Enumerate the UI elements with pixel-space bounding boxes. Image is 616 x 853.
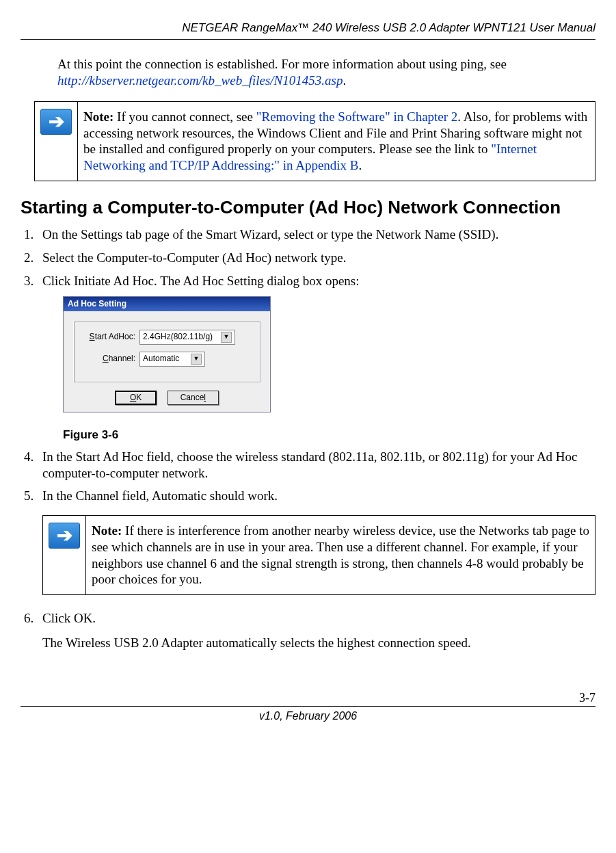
step-3: Click Initiate Ad Hoc. The Ad Hoc Settin… xyxy=(37,273,595,442)
intro-suffix: . xyxy=(343,73,346,88)
dialog-body: Start AdHoc: 2.4GHz(802.11b/g) ▼ Channel… xyxy=(64,311,270,412)
step-5-text: In the Channel field, Automatic should w… xyxy=(42,488,278,503)
note1-text: Note: If you cannot connect, see "Removi… xyxy=(78,102,595,181)
channel-value: Automatic xyxy=(143,354,179,364)
intro-link[interactable]: http://kbserver.netgear.com/kb_web_files… xyxy=(57,73,343,88)
dropdown-arrow-icon[interactable]: ▼ xyxy=(191,354,202,365)
arrow-right-icon: ➔ xyxy=(40,109,72,135)
intro-prefix: At this point the connection is establis… xyxy=(57,57,507,71)
note2-bold: Note: xyxy=(92,523,122,538)
start-adhoc-select[interactable]: 2.4GHz(802.11b/g) ▼ xyxy=(139,330,235,345)
channel-select[interactable]: Automatic ▼ xyxy=(139,352,205,367)
note-icon-cell: ➔ xyxy=(43,516,86,594)
arrow-right-icon: ➔ xyxy=(49,523,80,549)
page-footer: 3-7 v1.0, February 2006 xyxy=(21,706,595,723)
figure-caption: Figure 3-6 xyxy=(63,428,595,442)
note-icon-cell: ➔ xyxy=(35,102,78,181)
step-4: In the Start Ad Hoc field, choose the wi… xyxy=(37,449,595,482)
dialog-button-row: OK Cancel xyxy=(73,391,260,405)
note2-text: Note: If there is interference from anot… xyxy=(86,516,595,594)
note-box-1: ➔ Note: If you cannot connect, see "Remo… xyxy=(34,101,595,181)
note2-body: If there is interference from another ne… xyxy=(92,523,589,586)
section-heading: Starting a Computer-to-Computer (Ad Hoc)… xyxy=(21,196,595,219)
start-adhoc-value: 2.4GHz(802.11b/g) xyxy=(143,332,213,342)
start-adhoc-label: Start AdHoc: xyxy=(81,332,135,342)
ok-button[interactable]: OK xyxy=(115,391,157,405)
step-6: Click OK. The Wireless USB 2.0 Adapter a… xyxy=(37,610,595,651)
dialog-titlebar: Ad Hoc Setting xyxy=(64,297,270,311)
step-1: On the Settings tab page of the Smart Wi… xyxy=(37,226,595,243)
page-header: NETGEAR RangeMax™ 240 Wireless USB 2.0 A… xyxy=(21,21,595,40)
steps-list: On the Settings tab page of the Smart Wi… xyxy=(21,226,595,651)
dropdown-arrow-icon[interactable]: ▼ xyxy=(221,332,232,343)
start-adhoc-row: Start AdHoc: 2.4GHz(802.11b/g) ▼ xyxy=(81,330,253,345)
step-3-text: Click Initiate Ad Hoc. The Ad Hoc Settin… xyxy=(42,274,360,288)
note-box-2: ➔ Note: If there is interference from an… xyxy=(42,515,595,595)
note1-link1[interactable]: "Removing the Software" in Chapter 2 xyxy=(256,109,458,124)
intro-paragraph: At this point the connection is establis… xyxy=(57,56,595,89)
page-number: 3-7 xyxy=(579,690,595,706)
note1-bold: Note: xyxy=(83,109,113,124)
note1-t3: . xyxy=(359,158,362,172)
adhoc-dialog: Ad Hoc Setting Start AdHoc: 2.4GHz(802.1… xyxy=(63,296,271,412)
note1-t1: If you cannot connect, see xyxy=(113,109,256,124)
cancel-button[interactable]: Cancel xyxy=(168,391,219,405)
channel-row: Channel: Automatic ▼ xyxy=(81,352,253,367)
dialog-fieldset: Start AdHoc: 2.4GHz(802.11b/g) ▼ Channel… xyxy=(73,321,260,382)
channel-label: Channel: xyxy=(81,354,135,364)
step-6-text: Click OK. xyxy=(42,611,96,625)
step-5: In the Channel field, Automatic should w… xyxy=(37,488,595,595)
footer-version: v1.0, February 2006 xyxy=(259,710,357,722)
step-2: Select the Computer-to-Computer (Ad Hoc)… xyxy=(37,250,595,266)
step-6-sub: The Wireless USB 2.0 Adapter automatical… xyxy=(42,635,595,651)
dialog-figure: Ad Hoc Setting Start AdHoc: 2.4GHz(802.1… xyxy=(63,296,595,412)
